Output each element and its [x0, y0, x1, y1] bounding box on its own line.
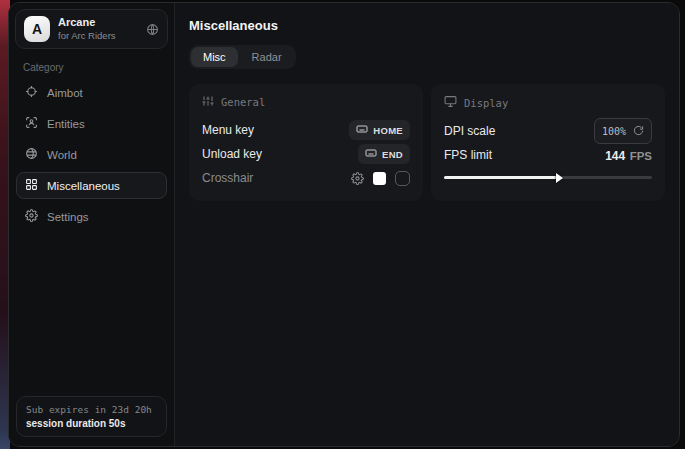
sidebar-nav: Aimbot Entities World	[15, 79, 168, 230]
subscription-status-card: Sub expires in 23d 20h session duration …	[16, 396, 167, 437]
dpi-scale-control[interactable]: 100%	[594, 118, 652, 144]
general-card-title: General	[221, 96, 265, 108]
fps-limit-slider[interactable]	[444, 176, 652, 179]
dpi-scale-value: 100%	[602, 126, 626, 137]
menu-key-bind-button[interactable]: HOME	[349, 120, 410, 140]
page-title: Miscellaneous	[189, 18, 665, 33]
dpi-scale-row: DPI scale 100%	[444, 119, 652, 143]
menu-key-label: Menu key	[202, 123, 254, 137]
sidebar-item-world[interactable]: World	[16, 141, 167, 168]
sidebar-item-settings[interactable]: Settings	[16, 203, 167, 230]
category-label: Category	[23, 62, 160, 73]
grid-icon	[25, 178, 38, 193]
settings-cards: General Menu key HOME Unload key	[189, 84, 665, 201]
fps-slider-fill	[444, 176, 558, 179]
keyboard-icon	[365, 147, 377, 161]
app-profile-text: Arcane for Arc Riders	[58, 16, 138, 42]
fps-limit-value-group: 144 FPS	[605, 146, 652, 164]
sidebar-item-label: World	[47, 149, 77, 161]
sidebar-item-label: Miscellaneous	[47, 180, 120, 192]
app-logo: A	[24, 16, 50, 42]
fps-limit-row: FPS limit 144 FPS	[444, 143, 652, 167]
monitor-icon	[444, 95, 457, 110]
app-title: Arcane	[58, 16, 138, 30]
crosshair-color-swatch[interactable]	[373, 172, 386, 185]
crosshair-controls	[351, 171, 410, 186]
general-card-header: General	[202, 95, 410, 109]
fps-limit-label: FPS limit	[444, 148, 492, 162]
sliders-icon	[202, 95, 214, 109]
sidebar-item-label: Entities	[47, 118, 85, 130]
tab-radar[interactable]: Radar	[240, 47, 294, 67]
tab-bar: Misc Radar	[189, 45, 296, 69]
fps-slider-thumb[interactable]	[556, 173, 563, 183]
sidebar: A Arcane for Arc Riders Category Aimbot	[9, 3, 175, 446]
app-subtitle: for Arc Riders	[58, 30, 138, 42]
crosshair-icon	[25, 85, 38, 100]
crosshair-row: Crosshair	[202, 166, 410, 190]
unload-key-bind-button[interactable]: END	[358, 144, 410, 164]
crosshair-checkbox[interactable]	[395, 171, 410, 186]
display-card: Display DPI scale 100% FPS limit	[431, 84, 665, 201]
menu-key-value: HOME	[373, 125, 403, 136]
world-globe-icon	[25, 147, 38, 162]
sidebar-item-aimbot[interactable]: Aimbot	[16, 79, 167, 106]
tab-misc[interactable]: Misc	[191, 47, 238, 67]
menu-key-row: Menu key HOME	[202, 118, 410, 142]
crosshair-label: Crosshair	[202, 171, 253, 185]
entities-scan-icon	[25, 116, 38, 131]
dpi-scale-label: DPI scale	[444, 124, 495, 138]
unload-key-label: Unload key	[202, 147, 262, 161]
display-card-header: Display	[444, 95, 652, 110]
fps-limit-value: 144	[605, 149, 625, 163]
unload-key-row: Unload key END	[202, 142, 410, 166]
app-window: A Arcane for Arc Riders Category Aimbot	[8, 2, 680, 447]
crosshair-settings-gear-icon[interactable]	[351, 172, 364, 185]
general-card: General Menu key HOME Unload key	[189, 84, 423, 201]
main-panel: Miscellaneous Misc Radar General Menu ke…	[175, 3, 679, 446]
unload-key-value: END	[382, 149, 403, 160]
sidebar-item-miscellaneous[interactable]: Miscellaneous	[16, 172, 167, 199]
display-card-title: Display	[464, 97, 508, 109]
app-profile-card: A Arcane for Arc Riders	[15, 9, 168, 49]
keyboard-icon	[356, 123, 368, 137]
sidebar-item-label: Settings	[47, 211, 89, 223]
gear-icon	[25, 209, 38, 224]
sidebar-item-label: Aimbot	[47, 87, 83, 99]
sidebar-item-entities[interactable]: Entities	[16, 110, 167, 137]
globe-status-icon[interactable]	[146, 23, 159, 36]
fps-limit-unit: FPS	[630, 150, 652, 162]
refresh-icon[interactable]	[633, 122, 644, 140]
session-duration-text: session duration 50s	[26, 418, 157, 429]
sub-expires-text: Sub expires in 23d 20h	[26, 404, 157, 415]
